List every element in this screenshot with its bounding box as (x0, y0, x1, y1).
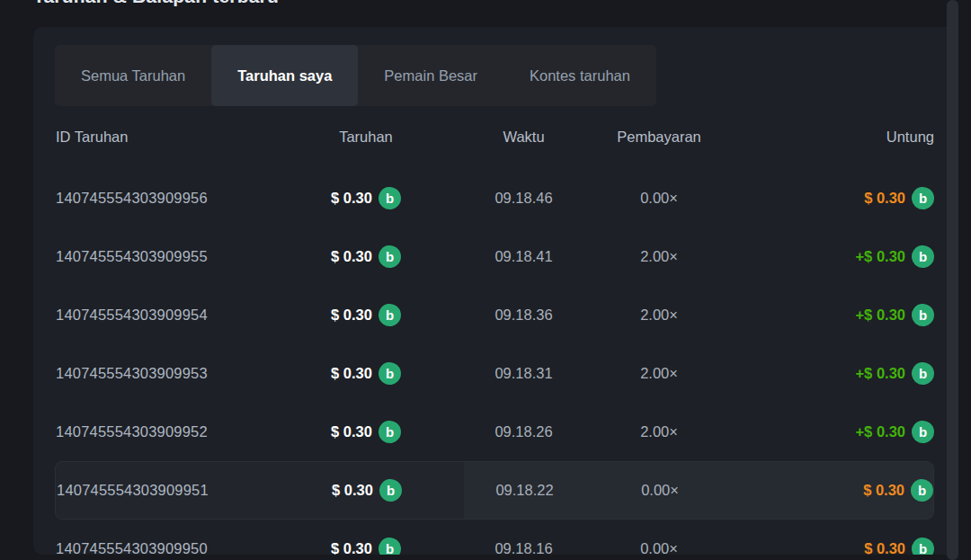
bet-id-cell: 140745554303909956 (55, 190, 281, 207)
bet-amount-cell: $ 0.30 (331, 248, 372, 265)
bcd-coin-icon: b (910, 302, 935, 327)
tab-pemain-besar[interactable]: Pemain Besar (358, 45, 503, 106)
bet-time-cell: 09.18.41 (450, 248, 597, 265)
table-row[interactable]: 140745554303909954 $ 0.30 b 09.18.36 2.0… (55, 286, 934, 344)
bet-time-cell: 09.18.26 (450, 423, 597, 440)
bet-payout-cell: 0.00× (598, 482, 722, 499)
table-row[interactable]: 140745554303909950 $ 0.30 b 09.18.16 0.0… (55, 520, 934, 555)
bet-payout-cell: 0.00× (597, 540, 721, 555)
bcd-coin-icon: b (377, 244, 402, 269)
bet-payout-cell: 0.00× (597, 190, 721, 207)
page-title: Taruhan & Balapan terbaru (33, 0, 279, 7)
bet-amount-cell: $ 0.30 (331, 190, 372, 207)
bet-profit-cell: +$ 0.30 (855, 307, 905, 324)
bets-panel: Semua Taruhan Taruhan saya Pemain Besar … (33, 27, 956, 555)
bet-id-cell: 140745554303909955 (55, 248, 281, 265)
tab-semua-taruhan[interactable]: Semua Taruhan (55, 45, 211, 106)
bcd-coin-icon: b (909, 477, 934, 502)
bet-time-cell: 09.18.36 (450, 307, 597, 324)
bet-time-cell: 09.18.16 (450, 540, 597, 555)
bcd-coin-icon: b (377, 360, 402, 386)
bcd-coin-icon: b (377, 302, 402, 327)
bet-payout-cell: 2.00× (597, 307, 721, 324)
bet-profit-cell: +$ 0.30 (855, 248, 905, 265)
bet-amount-cell: $ 0.30 (332, 482, 373, 499)
bet-amount-cell: $ 0.30 (331, 423, 372, 440)
bcd-coin-icon: b (377, 185, 402, 210)
table-row[interactable]: 140745554303909953 $ 0.30 b 09.18.31 2.0… (55, 344, 934, 403)
bet-time-cell: 09.18.22 (451, 482, 598, 499)
bet-amount-cell: $ 0.30 (331, 540, 372, 555)
table-row[interactable]: 140745554303909956 $ 0.30 b 09.18.46 0.0… (55, 169, 934, 227)
table-row[interactable]: 140745554303909955 $ 0.30 b 09.18.41 2.0… (55, 227, 934, 286)
bet-time-cell: 09.18.31 (450, 365, 597, 382)
bcd-coin-icon: b (910, 360, 935, 386)
bcd-coin-icon: b (377, 419, 402, 444)
bcd-coin-icon: b (910, 185, 935, 210)
bet-profit-cell: $ 0.30 (864, 540, 905, 555)
tab-taruhan-saya[interactable]: Taruhan saya (211, 45, 358, 106)
column-header-id: ID Taruhan (55, 129, 281, 146)
column-header-time: Waktu (450, 129, 597, 146)
bcd-coin-icon: b (910, 536, 935, 555)
bet-amount-cell: $ 0.30 (331, 307, 372, 324)
bet-payout-cell: 2.00× (597, 365, 721, 382)
bcd-coin-icon: b (910, 244, 935, 269)
table-header-row: ID Taruhan Taruhan Waktu Pembayaran Untu… (55, 113, 934, 160)
column-header-bet: Taruhan (281, 129, 450, 146)
bets-tab-bar: Semua Taruhan Taruhan saya Pemain Besar … (55, 45, 656, 106)
table-row[interactable]: 140745554303909951 $ 0.30 b 09.18.22 0.0… (55, 461, 934, 520)
bet-id-cell: 140745554303909954 (55, 307, 281, 324)
bcd-coin-icon: b (377, 536, 402, 555)
bet-payout-cell: 2.00× (597, 248, 721, 265)
table-body: 140745554303909956 $ 0.30 b 09.18.46 0.0… (55, 169, 934, 555)
tab-kontes-taruhan[interactable]: Kontes taruhan (503, 45, 656, 106)
bet-profit-cell: $ 0.30 (864, 190, 905, 207)
bet-profit-cell: +$ 0.30 (855, 423, 905, 440)
bet-id-cell: 140745554303909951 (56, 482, 282, 499)
column-header-payout: Pembayaran (597, 129, 721, 146)
bcd-coin-icon: b (378, 477, 403, 502)
bet-profit-cell: $ 0.30 (863, 482, 904, 499)
bcd-coin-icon: b (910, 419, 935, 444)
table-row[interactable]: 140745554303909952 $ 0.30 b 09.18.26 2.0… (55, 403, 934, 461)
bet-id-cell: 140745554303909953 (55, 365, 281, 382)
bet-payout-cell: 2.00× (597, 423, 721, 440)
bet-profit-cell: +$ 0.30 (855, 365, 905, 382)
column-header-profit: Untung (721, 129, 934, 146)
vertical-scrollbar[interactable] (947, 0, 958, 560)
bet-time-cell: 09.18.46 (450, 190, 597, 207)
bet-id-cell: 140745554303909952 (55, 423, 281, 440)
bet-id-cell: 140745554303909950 (55, 540, 281, 555)
bet-amount-cell: $ 0.30 (331, 365, 372, 382)
